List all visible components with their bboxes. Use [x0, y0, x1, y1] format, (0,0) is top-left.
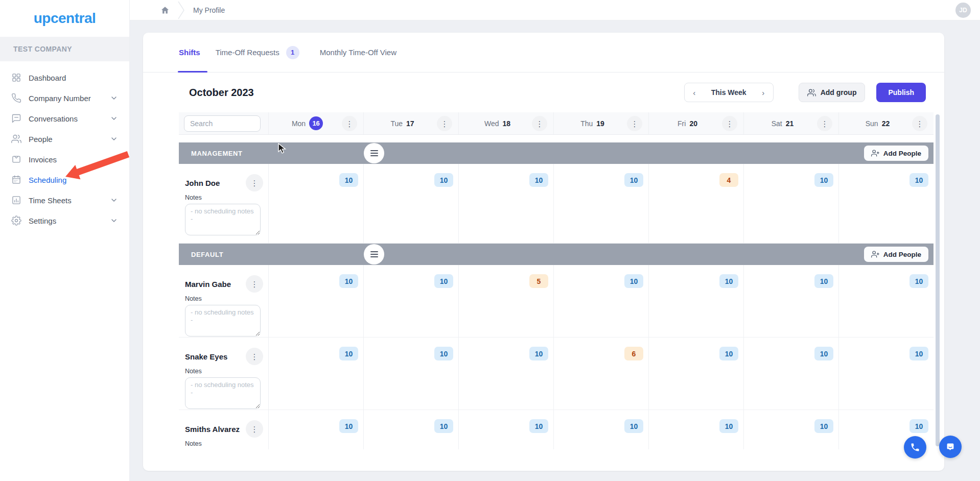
- shift-cell[interactable]: 10: [553, 410, 648, 449]
- tab-time-off-requests[interactable]: Time-Off Requests 1: [216, 33, 299, 72]
- shift-count-badge: 10: [529, 347, 548, 360]
- employee-menu-button[interactable]: ⋮: [246, 420, 263, 438]
- notes-textarea[interactable]: [185, 305, 261, 336]
- previous-week-button[interactable]: ‹: [685, 83, 704, 102]
- shift-count-badge: 10: [434, 173, 453, 187]
- shift-cell[interactable]: 10: [458, 164, 553, 243]
- shift-count-badge: 10: [529, 173, 548, 187]
- day-menu-button[interactable]: ⋮: [627, 116, 642, 131]
- add-people-button[interactable]: Add People: [864, 247, 928, 262]
- employee-menu-button[interactable]: ⋮: [246, 348, 263, 365]
- chevron-down-icon: [110, 135, 118, 143]
- shift-cell[interactable]: 10: [648, 410, 743, 449]
- sidebar-item-people[interactable]: People: [0, 129, 129, 149]
- shift-cell[interactable]: 10: [363, 338, 458, 411]
- tab-monthly-time-off-view[interactable]: Monthly Time-Off View: [320, 33, 396, 72]
- day-header-mon: Mon 16 ⋮: [268, 112, 363, 134]
- brand-logo-text: upcentral: [34, 10, 96, 27]
- chat-widget-button[interactable]: [939, 436, 962, 458]
- next-week-button[interactable]: ›: [754, 83, 773, 102]
- employee-row-snake-eyes: Snake Eyes ⋮ Notes 10 10 10 6 10 10 10: [179, 338, 934, 410]
- shift-count-badge: 10: [339, 274, 358, 288]
- shift-cell[interactable]: 10: [363, 410, 458, 449]
- phone-call-button[interactable]: [904, 436, 926, 459]
- shift-cell[interactable]: 10: [743, 265, 838, 339]
- sidebar-item-time-sheets[interactable]: Time Sheets: [0, 190, 129, 210]
- group-name: MANAGEMENT: [191, 150, 243, 157]
- shift-cell[interactable]: 10: [553, 164, 648, 243]
- shift-cell[interactable]: 10: [743, 410, 838, 449]
- shift-count-badge: 10: [624, 274, 643, 288]
- shift-count-badge: 10: [814, 173, 833, 187]
- employee-menu-button[interactable]: ⋮: [246, 174, 263, 191]
- notes-textarea[interactable]: [185, 204, 261, 235]
- tab-shifts[interactable]: Shifts: [179, 33, 200, 72]
- shift-cell[interactable]: 10: [838, 265, 934, 339]
- shift-count-badge: 10: [624, 419, 643, 433]
- shift-cell[interactable]: 10: [268, 338, 363, 411]
- company-selector[interactable]: TEST COMPANY: [0, 37, 129, 61]
- week-label[interactable]: This Week: [704, 88, 754, 97]
- home-icon[interactable]: [160, 6, 170, 15]
- group-drag-handle[interactable]: [364, 244, 384, 264]
- shift-cell[interactable]: 10: [838, 164, 934, 243]
- shift-count-badge: 10: [909, 419, 928, 433]
- sidebar-item-scheduling[interactable]: Scheduling: [0, 170, 129, 190]
- day-header-wed: Wed 18 ⋮: [458, 112, 553, 134]
- employee-menu-button[interactable]: ⋮: [246, 275, 263, 293]
- shift-cell[interactable]: 10: [743, 164, 838, 243]
- shift-cell[interactable]: 10: [648, 265, 743, 339]
- sidebar-item-dashboard[interactable]: Dashboard: [0, 67, 129, 88]
- shift-cell[interactable]: 10: [268, 164, 363, 243]
- shift-cell[interactable]: 10: [458, 410, 553, 449]
- shift-count-badge: 10: [434, 419, 453, 433]
- group-drag-handle[interactable]: [364, 143, 384, 163]
- user-avatar[interactable]: JD: [955, 3, 971, 18]
- shift-cell[interactable]: 10: [268, 410, 363, 449]
- shift-cell[interactable]: 10: [458, 338, 553, 411]
- day-menu-button[interactable]: ⋮: [912, 116, 927, 131]
- notes-textarea[interactable]: [185, 377, 261, 409]
- period-title: October 2023: [189, 87, 254, 99]
- topbar: My Profile JD: [130, 0, 980, 20]
- shift-cell[interactable]: 5: [458, 265, 553, 339]
- sidebar-item-settings[interactable]: Settings: [0, 210, 129, 231]
- shift-count-badge: 10: [719, 419, 738, 433]
- shift-cell[interactable]: 10: [838, 338, 934, 411]
- shift-cell[interactable]: 10: [363, 164, 458, 243]
- shift-cell[interactable]: 4: [648, 164, 743, 243]
- chevron-down-icon: [110, 196, 118, 204]
- group-name: DEFAULT: [191, 251, 223, 258]
- shift-cell[interactable]: 6: [553, 338, 648, 411]
- shift-cell[interactable]: 10: [363, 265, 458, 339]
- sidebar: upcentral TEST COMPANY Dashboard Company…: [0, 0, 130, 481]
- sidebar-item-conversations[interactable]: Conversations: [0, 108, 129, 129]
- day-menu-button[interactable]: ⋮: [817, 116, 832, 131]
- add-people-button[interactable]: Add People: [864, 146, 928, 161]
- day-menu-button[interactable]: ⋮: [342, 116, 357, 131]
- people-icon: [11, 134, 21, 144]
- shift-cell[interactable]: 10: [553, 265, 648, 339]
- shift-count-badge: 10: [339, 347, 358, 360]
- shift-count-badge: 10: [814, 419, 833, 433]
- shift-count-badge: 10: [719, 347, 738, 360]
- shift-cell[interactable]: 10: [268, 265, 363, 339]
- shift-cell[interactable]: 10: [743, 338, 838, 411]
- breadcrumb-current[interactable]: My Profile: [193, 6, 225, 14]
- publish-button[interactable]: Publish: [876, 83, 926, 102]
- sidebar-item-company-number[interactable]: Company Number: [0, 88, 129, 108]
- shift-cell[interactable]: 10: [648, 338, 743, 411]
- day-menu-button[interactable]: ⋮: [437, 116, 452, 131]
- day-menu-button[interactable]: ⋮: [722, 116, 737, 131]
- sidebar-nav: Dashboard Company Number Conversations: [0, 61, 129, 231]
- shift-count-badge: 10: [814, 347, 833, 360]
- shift-count-badge: 10: [529, 419, 548, 433]
- search-input[interactable]: [184, 115, 261, 132]
- day-menu-button[interactable]: ⋮: [532, 116, 547, 131]
- vertical-scrollbar[interactable]: [936, 114, 940, 446]
- sidebar-item-invoices[interactable]: Invoices: [0, 149, 129, 170]
- day-header-thu: Thu 19 ⋮: [553, 112, 648, 134]
- employee-name: Smiths Alvarez: [185, 425, 240, 434]
- add-group-button[interactable]: Add group: [799, 83, 866, 102]
- group-header-default: DEFAULT Add People: [179, 244, 934, 265]
